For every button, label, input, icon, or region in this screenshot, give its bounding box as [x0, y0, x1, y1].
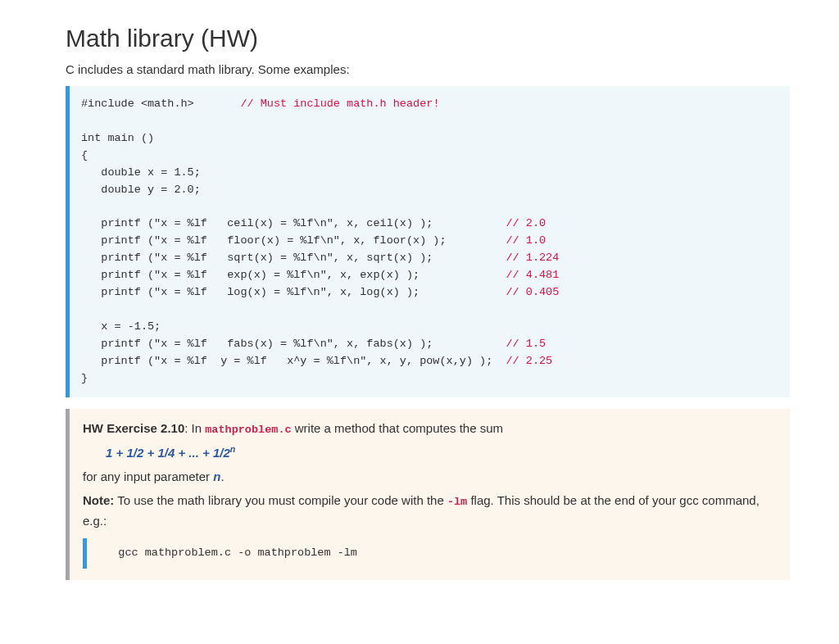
hw-filename: mathproblem.c [205, 424, 291, 436]
code-line: printf ("x = %lf floor(x) = %lf\n", x, f… [81, 233, 778, 250]
code-line: #include <math.h> // Must include math.h… [81, 96, 778, 113]
code-comment: // 1.0 [506, 234, 546, 247]
code-line: printf ("x = %lf sqrt(x) = %lf\n", x, sq… [81, 250, 778, 267]
code-comment: // 0.405 [506, 286, 559, 298]
hw-line-2: for any input parameter n. [83, 467, 777, 486]
code-comment: // 2.0 [506, 217, 546, 229]
hw-line-1: HW Exercise 2.10: In mathproblem.c write… [83, 419, 777, 439]
code-line [81, 302, 778, 319]
intro-text: C includes a standard math library. Some… [66, 62, 790, 76]
code-line: printf ("x = %lf ceil(x) = %lf\n", x, ce… [81, 215, 778, 233]
code-line: { [81, 147, 778, 165]
hw-flag: -lm [447, 496, 467, 508]
code-comment: // 1.224 [506, 252, 559, 264]
hw-exercise-box: HW Exercise 2.10: In mathproblem.c write… [66, 409, 790, 581]
code-comment: // 4.481 [506, 269, 559, 281]
hw-formula: 1 + 1/2 + 1/4 + ... + 1/2n [83, 442, 777, 462]
hw-label: HW Exercise 2.10 [83, 421, 184, 435]
code-line: printf ("x = %lf exp(x) = %lf\n", x, exp… [81, 267, 778, 284]
code-line: double y = 2.0; [81, 182, 778, 199]
code-line: printf ("x = %lf log(x) = %lf\n", x, log… [81, 284, 778, 302]
code-line: int main () [81, 130, 778, 147]
code-comment: // 2.25 [506, 355, 552, 367]
code-line [81, 113, 778, 130]
code-line: x = -1.5; [81, 319, 778, 336]
hw-compile-command: gcc mathproblem.c -o mathproblem -lm [83, 538, 777, 569]
code-line [81, 199, 778, 216]
code-comment: // 1.5 [506, 338, 546, 350]
code-line: printf ("x = %lf fabs(x) = %lf\n", x, fa… [81, 336, 778, 353]
hw-note-label: Note: [83, 493, 114, 507]
code-line: double x = 1.5; [81, 165, 778, 182]
code-example: #include <math.h> // Must include math.h… [66, 86, 790, 397]
code-comment: // Must include math.h header! [240, 98, 439, 110]
hw-note: Note: To use the math library you must c… [83, 491, 777, 530]
page-title: Math library (HW) [66, 25, 790, 52]
code-line: } [81, 370, 778, 388]
code-line: printf ("x = %lf y = %lf x^y = %lf\n", x… [81, 353, 778, 370]
